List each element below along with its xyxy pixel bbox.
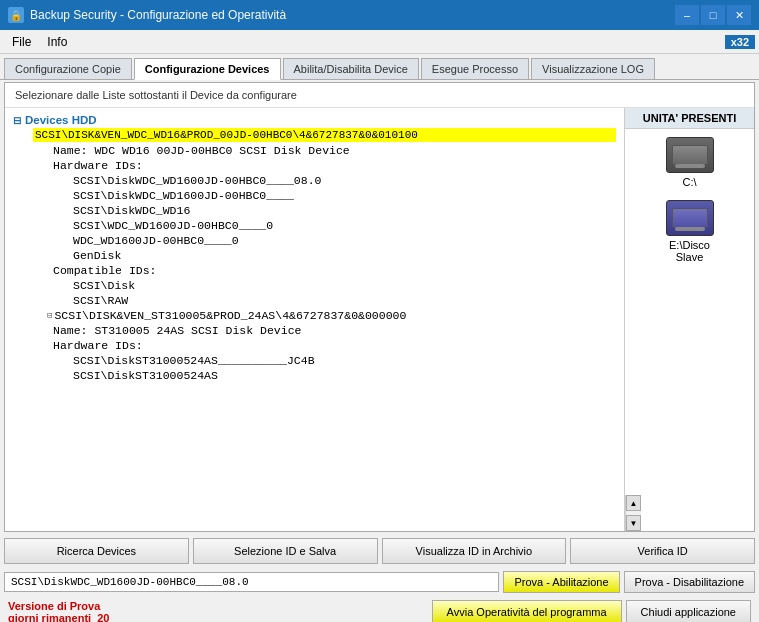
tab-abilita[interactable]: Abilita/Disabilita Device xyxy=(283,58,419,79)
maximize-button[interactable]: □ xyxy=(701,5,725,25)
drive-e[interactable]: E:\DiscoSlave xyxy=(666,200,714,263)
right-panel-content: C:\ E:\DiscoSlave xyxy=(625,129,754,495)
disk1-hw-label: Hardware IDs: xyxy=(53,158,616,173)
disk2-details: Name: ST310005 24AS SCSI Disk Device Har… xyxy=(33,323,616,383)
scroll-up-btn[interactable]: ▲ xyxy=(626,495,641,511)
drive-e-icon-inner xyxy=(672,208,708,228)
right-panel: UNITA' PRESENTI C:\ E:\DiscoSlave xyxy=(624,108,754,531)
disk1-compat-label: Compatible IDs: xyxy=(53,263,616,278)
disk2-name: Name: ST310005 24AS SCSI Disk Device xyxy=(53,323,616,338)
right-panel-header: UNITA' PRESENTI xyxy=(625,108,754,129)
right-panel-scrollbar[interactable]: ▲ ▼ xyxy=(625,495,641,531)
disk2-id: SCSI\DISK&VEN_ST310005&PROD_24AS\4&67278… xyxy=(54,309,406,322)
instruction-bar: Selezionare dalle Liste sottostanti il D… xyxy=(5,83,754,108)
title-bar: 🔒 Backup Security - Configurazione ed Op… xyxy=(0,0,759,30)
window-controls: – □ ✕ xyxy=(675,5,751,25)
app-icon: 🔒 xyxy=(8,7,24,23)
app-title: Backup Security - Configurazione ed Oper… xyxy=(30,8,286,22)
disk1-compat-1[interactable]: SCSI\RAW xyxy=(73,293,616,308)
visualizza-id-btn[interactable]: Visualizza ID in Archivio xyxy=(382,538,567,564)
disk2-section: SCSI\DISK&VEN_ST310005&PROD_24AS\4&67278… xyxy=(13,308,616,383)
disk1-hw-1[interactable]: SCSI\DiskWDC_WD1600JD-00HBC0____ xyxy=(73,188,616,203)
version-text-label: Versione di Prova xyxy=(8,600,110,612)
disk1-hw-ids: SCSI\DiskWDC_WD1600JD-00HBC0____08.0 SCS… xyxy=(53,173,616,263)
prova-disabilita-btn[interactable]: Prova - Disabilitazione xyxy=(624,571,755,593)
menu-file[interactable]: File xyxy=(4,33,39,51)
main-content: Selezionare dalle Liste sottostanti il D… xyxy=(4,82,755,532)
tab-visualizza[interactable]: Visualizzazione LOG xyxy=(531,58,655,79)
version-section: Versione di Prova giorni rimanenti 20 xyxy=(8,600,110,622)
tab-config-devices[interactable]: Configurazione Devices xyxy=(134,58,281,80)
disk1-hw-0[interactable]: SCSI\DiskWDC_WD1600JD-00HBC0____08.0 xyxy=(73,173,616,188)
disk2-hw-1[interactable]: SCSI\DiskST31000524AS xyxy=(73,368,616,383)
tab-bar: Configurazione Copie Configurazione Devi… xyxy=(0,54,759,80)
drive-c-label: C:\ xyxy=(682,176,696,188)
menu-info[interactable]: Info xyxy=(39,33,75,51)
days-value: 20 xyxy=(97,612,109,622)
chiudi-btn[interactable]: Chiudi applicazione xyxy=(626,600,751,622)
disk1-compat-0[interactable]: SCSI\Disk xyxy=(73,278,616,293)
disk1-section: SCSI\DISK&VEN_WDC_WD16&PROD_00JD-00HBC0\… xyxy=(13,128,616,308)
input-bar: Prova - Abilitazione Prova - Disabilitaz… xyxy=(0,568,759,596)
disk1-hw-5[interactable]: GenDisk xyxy=(73,248,616,263)
disk1-id[interactable]: SCSI\DISK&VEN_WDC_WD16&PROD_00JD-00HBC0\… xyxy=(33,128,616,142)
disk1-hw-3[interactable]: SCSI\WDC_WD1600JD-00HBC0____0 xyxy=(73,218,616,233)
content-area: Devices HDD SCSI\DISK&VEN_WDC_WD16&PROD_… xyxy=(5,108,754,531)
disk1-details: Name: WDC WD16 00JD-00HBC0 SCSI Disk Dev… xyxy=(33,143,616,308)
tree-root[interactable]: Devices HDD xyxy=(13,114,616,126)
disk1-name: Name: WDC WD16 00JD-00HBC0 SCSI Disk Dev… xyxy=(53,143,616,158)
tab-config-copie[interactable]: Configurazione Copie xyxy=(4,58,132,79)
tree-area[interactable]: Devices HDD SCSI\DISK&VEN_WDC_WD16&PROD_… xyxy=(5,108,624,531)
drive-c-icon-inner xyxy=(672,145,708,165)
avvia-btn[interactable]: Avvia Operatività del programma xyxy=(432,600,622,622)
disk2-hw-label: Hardware IDs: xyxy=(53,338,616,353)
drive-e-icon xyxy=(666,200,714,236)
tab-esegue[interactable]: Esegue Processo xyxy=(421,58,529,79)
action-bar: Ricerca Devices Selezione ID e Salva Vis… xyxy=(0,534,759,568)
version-label: Versione di Prova giorni rimanenti 20 xyxy=(8,600,110,622)
drive-c[interactable]: C:\ xyxy=(666,137,714,188)
verifica-id-btn[interactable]: Verifica ID xyxy=(570,538,755,564)
disk1-hw-2[interactable]: SCSI\DiskWDC_WD16 xyxy=(73,203,616,218)
x32-badge: x32 xyxy=(725,35,755,49)
days-remaining: giorni rimanenti 20 xyxy=(8,612,110,622)
disk2-hw-0[interactable]: SCSI\DiskST31000524AS__________JC4B xyxy=(73,353,616,368)
status-bar: Versione di Prova giorni rimanenti 20 Av… xyxy=(0,596,759,622)
status-actions: Avvia Operatività del programma Chiudi a… xyxy=(432,600,751,622)
disk2-root[interactable]: SCSI\DISK&VEN_ST310005&PROD_24AS\4&67278… xyxy=(33,308,616,323)
device-id-input[interactable] xyxy=(4,572,499,592)
close-button[interactable]: ✕ xyxy=(727,5,751,25)
minimize-button[interactable]: – xyxy=(675,5,699,25)
tree-root-label: Devices HDD xyxy=(25,114,97,126)
ricerca-devices-btn[interactable]: Ricerca Devices xyxy=(4,538,189,564)
menu-bar: File Info x32 xyxy=(0,30,759,54)
disk1-hw-4[interactable]: WDC_WD1600JD-00HBC0____0 xyxy=(73,233,616,248)
disk2-hw-ids: SCSI\DiskST31000524AS__________JC4B SCSI… xyxy=(53,353,616,383)
drive-e-label: E:\DiscoSlave xyxy=(669,239,710,263)
drive-c-icon xyxy=(666,137,714,173)
selezione-id-btn[interactable]: Selezione ID e Salva xyxy=(193,538,378,564)
scroll-down-btn[interactable]: ▼ xyxy=(626,515,641,531)
disk1-compat-ids: SCSI\Disk SCSI\RAW xyxy=(53,278,616,308)
prova-abilita-btn[interactable]: Prova - Abilitazione xyxy=(503,571,619,593)
instruction-text: Selezionare dalle Liste sottostanti il D… xyxy=(15,89,297,101)
days-label: giorni rimanenti xyxy=(8,612,91,622)
